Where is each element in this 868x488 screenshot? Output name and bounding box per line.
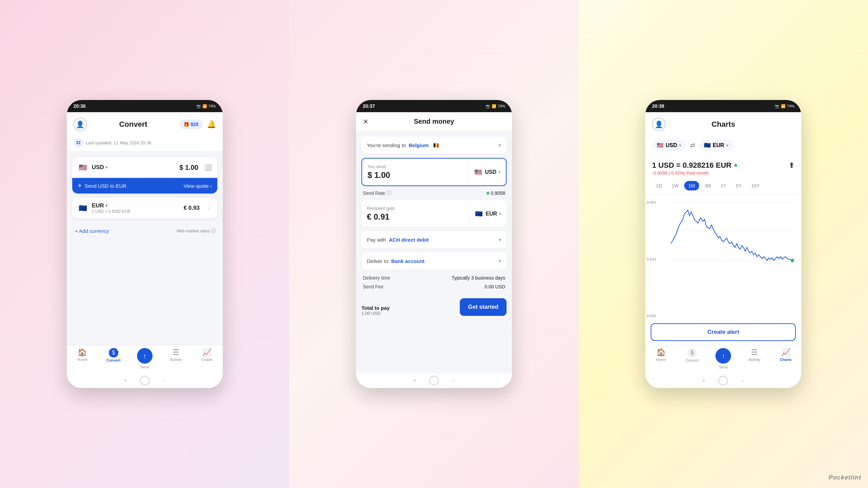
create-alert-button[interactable]: Create alert: [651, 323, 796, 341]
s2-deliver-row[interactable]: Deliver to Bank account ▾: [361, 252, 507, 270]
tab-1d[interactable]: 1D: [652, 181, 666, 190]
nav-activity-1[interactable]: ☰ Activity: [160, 348, 192, 369]
eur-currency-label[interactable]: EUR ▾: [92, 202, 180, 209]
s3-from-currency[interactable]: 🇺🇸 USD ▾: [652, 139, 686, 151]
chart-label-bot: 0.926: [647, 314, 656, 318]
s1-usd-row: 🇺🇸 USD ▾ $ 1.00 ⬜: [72, 157, 217, 178]
total-value: 1.00 USD: [361, 311, 390, 316]
delivery-time-label: Delivery time: [363, 275, 390, 281]
delivery-time-row: Delivery time Typically 3 business days: [363, 275, 505, 281]
nav-send-3[interactable]: ↑ Send: [708, 348, 739, 369]
s2-pay-row[interactable]: Pay with ACH direct debit ▾: [361, 231, 507, 248]
s1-bottom-row: + Add currency Mid-market rates ⓘ: [72, 223, 217, 239]
s2-you-send-box: You send $ 1.00 🇺🇸 USD ▾: [361, 158, 507, 186]
nav-convert-1[interactable]: $ Convert: [98, 348, 129, 369]
tab-3m[interactable]: 3M: [701, 181, 715, 190]
pay-chevron: ▾: [498, 237, 501, 243]
s1-eur-row: 🇪🇺 EUR ▾ 1 USD = 0.9282 EUR € 0.93 ⋮: [72, 198, 217, 219]
phone-3: 20:38 📷 📶 74% 👤 Charts 🇺🇸 USD ▾: [645, 100, 801, 388]
nav-home-label-1: Home: [77, 358, 87, 362]
usd-flag-2: 🇺🇸: [473, 167, 483, 177]
you-send-amount[interactable]: $ 1.00: [368, 170, 462, 180]
nav-home-1[interactable]: 🏠 Home: [67, 348, 98, 369]
nav-home-label-3: Home: [656, 358, 666, 362]
bell-icon[interactable]: 🔔: [207, 120, 216, 129]
nav-home-3[interactable]: 🏠 Home: [645, 348, 676, 369]
nav-charts-1[interactable]: 📈 Charts: [192, 348, 223, 369]
status-icons-3: 📷 📶 74%: [775, 104, 794, 108]
home-bar-circle-2: [429, 376, 439, 385]
nav-send-label-1: Send: [140, 365, 149, 369]
status-bar-3: 20:38 📷 📶 74%: [645, 100, 801, 112]
tab-1y[interactable]: 1Y: [716, 181, 730, 190]
add-currency-btn[interactable]: + Add currency: [74, 224, 110, 238]
battery-1: 74%: [209, 104, 216, 108]
swap-arrows-icon[interactable]: ⇄: [690, 142, 695, 149]
info-icon[interactable]: ⓘ: [211, 228, 216, 234]
s3-chart-area: 0.943 0.934 0.926: [645, 195, 801, 323]
send-fee-row: Send Fee 0.00 USD: [363, 284, 505, 289]
usd-amount[interactable]: $ 1.00: [179, 164, 198, 171]
screen1-content: 👤 Convert 🎁 $25 🔔 32 Last updated: 11 Ma…: [67, 112, 223, 388]
s3-rate-main: 1 USD = 0.928216 EUR ⬆: [652, 161, 794, 170]
send-rate-label: Send Rate ⓘ: [363, 190, 391, 196]
send-btn-right: View quote ›: [184, 183, 212, 189]
deliver-to-label: Deliver to Bank account: [367, 258, 425, 264]
s2-sending-to[interactable]: You're sending to Belgium 🇧🇪 ▾: [361, 137, 507, 154]
s1-avatar[interactable]: 👤: [74, 118, 87, 131]
s2-recipient-box: Recipient gets € 0.91 🇪🇺 EUR ▾: [361, 200, 507, 227]
nav-convert-label-3: Convert: [686, 358, 699, 362]
wifi-icon: 📶: [202, 104, 207, 108]
recipient-currency[interactable]: 🇪🇺 EUR ▾: [468, 204, 507, 224]
s1-send-btn[interactable]: ✈ Send USD to EUR View quote ›: [72, 178, 217, 194]
status-time-1: 20:36: [74, 103, 86, 109]
eur-code-2: EUR: [486, 211, 497, 217]
s1-gift-badge[interactable]: 🎁 $25: [179, 120, 202, 129]
total-left: Total to pay 1.00 USD: [361, 305, 390, 316]
tab-5y[interactable]: 5Y: [732, 181, 746, 190]
tab-10y[interactable]: 10Y: [747, 181, 764, 190]
s3-to-currency[interactable]: 🇪🇺 EUR ▾: [699, 139, 733, 151]
s1-page-title: Convert: [119, 120, 147, 129]
s3-avatar[interactable]: 👤: [652, 118, 666, 131]
eur-chevron: ▾: [105, 203, 107, 208]
rate-info-icon[interactable]: ⓘ: [387, 190, 391, 196]
s2-home-bar: ‹: [356, 373, 512, 388]
status-time-2: 20:37: [363, 103, 375, 109]
s1-usd-card: 🇺🇸 USD ▾ $ 1.00 ⬜ ✈ Send USD to E: [72, 157, 217, 194]
nav-activity-3[interactable]: ☰ Activity: [739, 348, 770, 369]
sending-to-label: You're sending to Belgium 🇧🇪: [367, 142, 439, 148]
nav-convert-3[interactable]: $ Convert: [676, 348, 708, 369]
wifi-icon-3: 📶: [781, 104, 786, 108]
close-icon[interactable]: ✕: [363, 118, 369, 126]
eur-flag-2: 🇪🇺: [474, 209, 484, 219]
get-started-button[interactable]: Get started: [460, 298, 507, 316]
be-flag: 🇧🇪: [433, 142, 439, 148]
recipient-gets-label: Recipient gets: [367, 206, 463, 211]
nav-send-1[interactable]: ↑ Send: [129, 348, 160, 369]
status-time-3: 20:38: [652, 103, 664, 109]
charts-icon-1: 📈: [202, 348, 212, 357]
s3-chart-svg: [651, 199, 796, 273]
copy-icon[interactable]: ⬜: [204, 164, 212, 171]
camera-icon-2: 📷: [486, 104, 490, 108]
share-icon[interactable]: ⬆: [789, 161, 794, 169]
eur-dots[interactable]: ⋮: [206, 204, 212, 212]
mid-market-label: Mid-market rates ⓘ: [177, 228, 216, 234]
tab-1w[interactable]: 1W: [668, 181, 683, 190]
tab-1m[interactable]: 1M: [684, 181, 699, 190]
usd-currency-label[interactable]: USD ▾: [92, 164, 107, 171]
nav-charts-3[interactable]: 📈 Charts: [770, 348, 801, 369]
nav-charts-label-1: Charts: [201, 358, 212, 362]
you-send-currency[interactable]: 🇺🇸 USD ▾: [468, 162, 506, 182]
usd-flag-3: 🇺🇸: [657, 142, 664, 148]
nav-charts-label-3: Charts: [780, 358, 792, 362]
s1-header-right: 🎁 $25 🔔: [179, 120, 216, 129]
camera-icon-3: 📷: [775, 104, 780, 108]
svg-point-3: [791, 259, 794, 262]
s2-title: Send money: [414, 118, 454, 125]
convert-icon-circle-3: $: [687, 348, 697, 358]
activity-icon-1: ☰: [173, 348, 179, 357]
s2-header: ✕ Send money: [356, 112, 512, 131]
deliver-chevron: ▾: [498, 258, 501, 264]
